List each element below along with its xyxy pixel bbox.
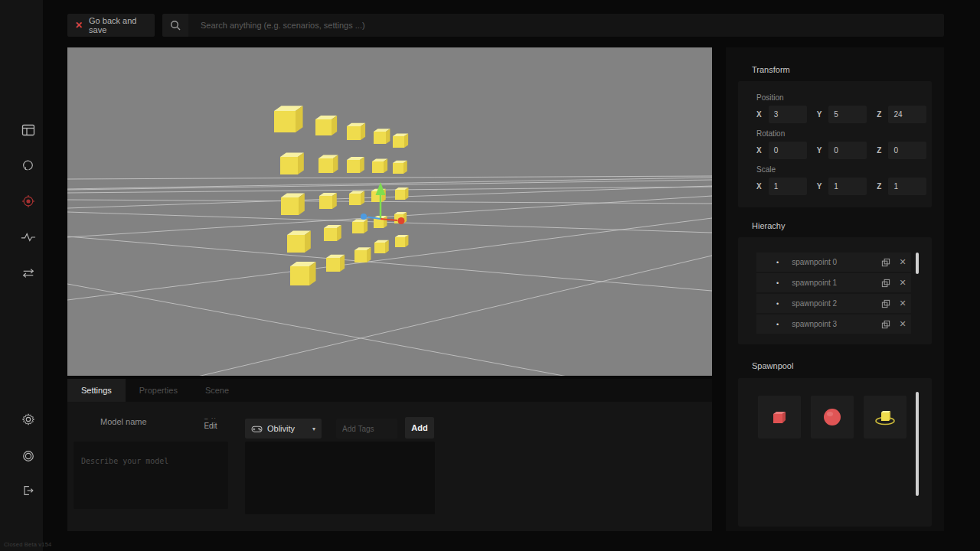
scale-label: Scale	[756, 165, 776, 174]
bottom-panel: Settings Properties Scene Model name ‒ ·…	[67, 379, 712, 531]
game-select[interactable]: Oblivity ▾	[245, 419, 322, 439]
transform-title: Transform	[752, 65, 790, 74]
hierarchy-row[interactable]: • spawnpoint 2 ✕	[756, 294, 911, 313]
spawnpool-scrollbar[interactable]	[916, 392, 919, 496]
duplicate-icon[interactable]	[877, 299, 894, 308]
rotation-y-field[interactable]: 0	[828, 142, 867, 159]
edit-button[interactable]: ‒ ·· Edit	[199, 416, 222, 430]
logout-icon[interactable]	[19, 481, 38, 500]
transform-card: Position X3 Y5 Z24 Rotation X0 Y0 Z0 Sca…	[738, 81, 932, 207]
spawnpool-item-red-cube[interactable]	[758, 396, 801, 439]
game-select-value: Oblivity	[267, 424, 308, 433]
replay-icon[interactable]	[19, 156, 38, 174]
axis-x-label: X	[756, 182, 762, 191]
layout-icon[interactable]	[19, 121, 38, 139]
bullet-icon: •	[776, 279, 779, 287]
add-tags-input[interactable]	[336, 419, 397, 439]
build-version: Closed Beta v154	[4, 541, 51, 548]
hierarchy-scrollbar[interactable]	[916, 253, 919, 274]
spawnpool-item-spawnpoint[interactable]	[864, 396, 906, 439]
swap-horizontal-icon[interactable]	[19, 264, 38, 282]
hierarchy-item-label: spawnpoint 3	[792, 320, 877, 328]
model-name-label: Model name	[100, 417, 147, 426]
gear-icon[interactable]	[19, 410, 38, 429]
add-tag-button[interactable]: Add	[405, 417, 434, 439]
viewport-canvas[interactable]	[67, 47, 712, 376]
position-row: X3 Y5 Z24	[756, 106, 919, 123]
tab-properties[interactable]: Properties	[126, 379, 191, 402]
viewport-3d[interactable]	[67, 47, 712, 376]
delete-icon[interactable]: ✕	[894, 278, 911, 288]
hierarchy-item-label: spawnpoint 2	[792, 299, 877, 308]
axis-z-label: Z	[877, 110, 881, 119]
delete-icon[interactable]: ✕	[894, 257, 911, 267]
scale-y-field[interactable]: 1	[828, 178, 867, 195]
red-cube-icon	[769, 407, 789, 427]
red-x-icon: ✕	[75, 20, 83, 31]
edit-marker: ‒ ··	[199, 416, 222, 422]
spawnpool-card	[738, 378, 932, 527]
hierarchy-item-label: spawnpoint 0	[792, 258, 877, 266]
hierarchy-title: Hierachy	[752, 221, 785, 230]
model-description-input[interactable]	[74, 442, 228, 509]
axis-y-label: Y	[817, 110, 822, 119]
rotation-row: X0 Y0 Z0	[756, 142, 919, 159]
position-z-field[interactable]: 24	[888, 106, 926, 123]
hierarchy-row[interactable]: • spawnpoint 3 ✕	[756, 315, 911, 334]
gamepad-icon	[251, 425, 263, 433]
go-back-save-button[interactable]: ✕ Go back and save	[67, 14, 155, 37]
spawnpool-item-red-sphere[interactable]	[811, 396, 854, 439]
axis-y-label: Y	[817, 182, 822, 191]
position-y-field[interactable]: 5	[828, 106, 867, 123]
yellow-cube-ring-icon	[874, 407, 897, 427]
duplicate-icon[interactable]	[877, 258, 894, 267]
position-label: Position	[756, 93, 784, 102]
hierarchy-row[interactable]: • spawnpoint 0 ✕	[756, 253, 911, 272]
red-sphere-icon	[822, 407, 842, 427]
go-back-save-label: Go back and save	[89, 16, 147, 34]
axis-z-label: Z	[877, 182, 881, 191]
scale-z-field[interactable]: 1	[888, 178, 926, 195]
activity-icon[interactable]	[19, 228, 38, 246]
delete-icon[interactable]: ✕	[894, 298, 911, 308]
edit-label: Edit	[199, 422, 222, 430]
spawnpool-title: Spawnpool	[752, 361, 793, 370]
duplicate-icon[interactable]	[877, 279, 894, 288]
rotation-label: Rotation	[756, 129, 785, 138]
tab-scene[interactable]: Scene	[191, 379, 243, 402]
target-icon[interactable]	[19, 192, 38, 210]
hierarchy-card: • spawnpoint 0 ✕ • spawnpoint 1 ✕ • spaw…	[738, 237, 932, 344]
bullet-icon: •	[776, 259, 779, 266]
record-icon[interactable]	[19, 447, 38, 465]
axis-x-label: X	[756, 146, 762, 155]
search-input[interactable]	[188, 14, 944, 37]
right-panel: Transform Position X3 Y5 Z24 Rotation X0…	[726, 47, 944, 531]
tags-container	[245, 442, 435, 514]
hierarchy-row[interactable]: • spawnpoint 1 ✕	[756, 273, 911, 292]
axis-x-label: X	[756, 110, 762, 119]
rotation-x-field[interactable]: 0	[769, 142, 807, 159]
rotation-z-field[interactable]: 0	[888, 142, 926, 159]
sidebar	[0, 0, 43, 551]
hierarchy-item-label: spawnpoint 1	[792, 279, 877, 287]
scale-row: X1 Y1 Z1	[756, 178, 919, 195]
chevron-down-icon: ▾	[312, 425, 315, 432]
axis-y-label: Y	[817, 146, 822, 155]
delete-icon[interactable]: ✕	[894, 319, 911, 329]
duplicate-icon[interactable]	[877, 320, 894, 329]
axis-z-label: Z	[877, 146, 881, 155]
tab-settings[interactable]: Settings	[67, 379, 126, 402]
bullet-icon: •	[776, 321, 779, 328]
bullet-icon: •	[776, 300, 779, 308]
tab-bar: Settings Properties Scene	[67, 379, 712, 402]
search-icon[interactable]	[162, 14, 188, 37]
scale-x-field[interactable]: 1	[769, 178, 807, 195]
position-x-field[interactable]: 3	[769, 106, 807, 123]
